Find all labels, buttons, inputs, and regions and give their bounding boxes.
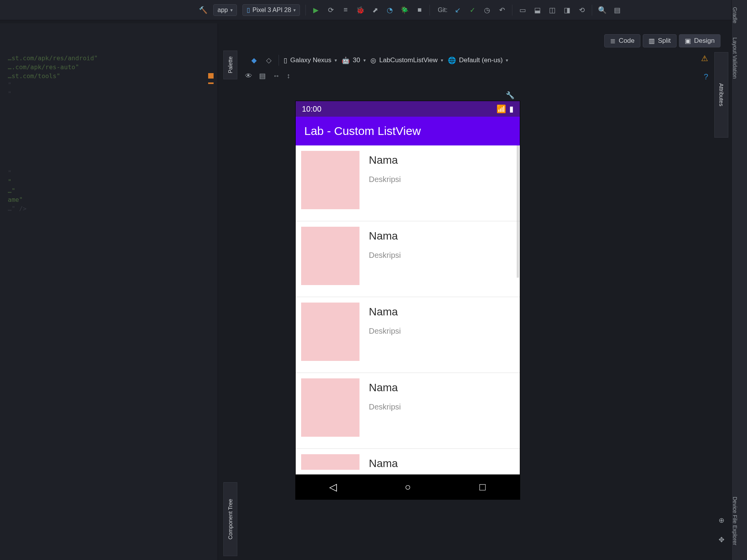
app-toolbar: Lab - Custom ListView	[296, 117, 520, 145]
coverage-icon[interactable]: ⬈	[370, 5, 380, 15]
item-thumbnail	[301, 303, 359, 361]
component-tree-rail[interactable]: Component Tree	[223, 482, 237, 556]
battery-icon: ▮	[509, 104, 514, 114]
chevron-down-icon: ▾	[363, 58, 366, 63]
search-icon[interactable]: 🔍	[598, 5, 607, 15]
run-icon[interactable]: ▶	[311, 5, 321, 15]
nav-recent-icon[interactable]: □	[475, 481, 490, 493]
theme-icon: ◎	[370, 56, 376, 65]
code-editor-partial: …st.com/apk/res/android" ….com/apk/res-a…	[0, 23, 218, 560]
layout-inspector-icon[interactable]: ◨	[562, 5, 572, 15]
design-surface-toolbar: ◆ ◇ ▯ Galaxy Nexus ▾ 🤖 30 ▾ ◎ LabCustomL…	[245, 52, 712, 68]
sync-icon[interactable]: ⟲	[577, 5, 586, 15]
statusbar-time: 10:00	[302, 105, 321, 114]
device-selector-label: Pixel 3 API 28	[253, 7, 291, 14]
device-frame: 10:00 📶 ▮ Lab - Custom ListView Nama Des…	[296, 101, 520, 499]
pan-vertical-icon[interactable]: ↕	[287, 72, 290, 80]
design-icon: ▣	[685, 37, 691, 45]
item-desc: Deskripsi	[369, 175, 401, 184]
custom-listview[interactable]: Nama Deskripsi Nama Deskripsi Nama Deskr…	[296, 145, 520, 474]
attributes-label: Attributes	[718, 83, 724, 106]
pan-horizontal-icon[interactable]: ↔	[273, 72, 280, 80]
item-name: Nama	[369, 306, 401, 318]
item-thumbnail	[301, 227, 359, 285]
scrollbar[interactable]	[517, 145, 519, 278]
app-title: Lab - Custom ListView	[304, 124, 421, 138]
list-item[interactable]: Nama Deskripsi	[296, 221, 520, 297]
nav-back-icon[interactable]: ◁	[325, 481, 341, 493]
item-name: Nama	[369, 230, 401, 242]
run-config-combo[interactable]: app ▾	[213, 4, 237, 16]
item-desc: Deskripsi	[369, 251, 401, 260]
warnings-icon[interactable]: ⚠	[701, 54, 708, 63]
zoom-controls-icon[interactable]: ⊕	[717, 516, 726, 525]
android-icon: 🤖	[342, 56, 350, 65]
palette-label: Palette	[227, 51, 233, 79]
item-name: Nama	[369, 154, 401, 166]
sdk-manager-icon[interactable]: ⬓	[533, 5, 542, 15]
list-item[interactable]: Nama Deskripsi	[296, 145, 520, 221]
locale-chip[interactable]: 🌐 Default (en-us) ▾	[448, 56, 508, 65]
attach-debugger-icon[interactable]: 🪲	[400, 5, 409, 15]
item-desc: Deskripsi	[369, 327, 401, 336]
run-config-label: app	[217, 7, 228, 14]
attributes-rail[interactable]: Attributes	[714, 52, 728, 138]
avd-manager-icon[interactable]: ▭	[518, 5, 527, 15]
git-update-icon[interactable]: ↙	[453, 5, 462, 15]
device-preview-canvas: 🔧 10:00 📶 ▮ Lab - Custom ListView Nama D…	[296, 101, 520, 499]
apply-changes-icon[interactable]: ⟳	[326, 5, 335, 15]
git-history-icon[interactable]: ◷	[482, 5, 492, 15]
api-chip[interactable]: 🤖 30 ▾	[342, 56, 366, 65]
item-thumbnail	[301, 151, 359, 209]
chevron-down-icon: ▾	[335, 58, 337, 63]
layout-editor-mode-tabs: ≣ Code ▥ Split ▣ Design	[604, 34, 721, 47]
orientation-icon[interactable]: ◇	[264, 55, 274, 65]
main-toolbar: 🔨 app ▾ ▯ Pixel 3 API 28 ▾ ▶ ⟳ ≡ 🐞 ⬈ ◔ 🪲…	[0, 0, 731, 20]
profiler-icon[interactable]: ◔	[385, 5, 395, 15]
tab-design[interactable]: ▣ Design	[679, 34, 721, 47]
chevron-down-icon: ▾	[293, 7, 296, 13]
pan-tool-icon[interactable]: ✥	[717, 535, 726, 544]
device-selector-combo[interactable]: ▯ Pixel 3 API 28 ▾	[242, 4, 300, 16]
device-chip[interactable]: ▯ Galaxy Nexus ▾	[284, 56, 337, 65]
globe-icon: 🌐	[448, 56, 456, 65]
wifi-icon: 📶	[496, 104, 506, 114]
list-item[interactable]: Nama	[296, 449, 520, 474]
rail-tab-gradle[interactable]: Gradle	[732, 0, 738, 30]
git-rollback-icon[interactable]: ↶	[497, 5, 507, 15]
resource-manager-icon[interactable]: ◫	[547, 5, 557, 15]
palette-rail[interactable]: Palette	[223, 51, 237, 79]
item-desc: Deskripsi	[369, 402, 401, 411]
eye-icon[interactable]: 👁	[245, 72, 252, 80]
tab-split[interactable]: ▥ Split	[643, 34, 677, 47]
git-label: Git:	[438, 7, 447, 14]
chevron-down-icon: ▾	[506, 58, 508, 63]
right-tool-rail: Gradle Layout Validation Device File Exp…	[731, 0, 747, 560]
canvas-floating-tools: ⊕ ✥	[717, 516, 726, 544]
list-item[interactable]: Nama Deskripsi	[296, 373, 520, 449]
code-lines-icon: ≣	[610, 37, 615, 45]
blueprint-toggle-icon[interactable]: ▤	[259, 72, 266, 80]
stop-icon[interactable]: ■	[415, 5, 424, 15]
android-statusbar: 10:00 📶 ▮	[296, 101, 520, 117]
debug-icon[interactable]: 🐞	[356, 5, 365, 15]
help-icon[interactable]: ?	[704, 72, 708, 81]
hammer-icon[interactable]: 🔨	[198, 5, 208, 15]
tab-code[interactable]: ≣ Code	[604, 34, 640, 47]
design-surface-toolbar-row2: 👁 ▤ ↔ ↕	[245, 69, 290, 82]
rail-tab-device-file-explorer[interactable]: Device File Explorer	[732, 490, 738, 552]
item-thumbnail	[301, 454, 359, 470]
chevron-down-icon: ▾	[441, 58, 443, 63]
theme-chip[interactable]: ◎ LabCustomListView ▾	[370, 56, 443, 65]
nav-home-icon[interactable]: ○	[400, 481, 416, 493]
item-name: Nama	[369, 382, 401, 394]
surface-select-icon[interactable]: ◆	[249, 55, 259, 65]
component-tree-label: Component Tree	[227, 499, 233, 539]
rail-tab-layout-validation[interactable]: Layout Validation	[732, 30, 738, 86]
apply-code-icon[interactable]: ≡	[341, 5, 350, 15]
git-commit-icon[interactable]: ✓	[468, 5, 477, 15]
settings-icon[interactable]: ▤	[612, 5, 622, 15]
android-navbar: ◁ ○ □	[296, 474, 520, 499]
wrench-icon[interactable]: 🔧	[506, 91, 514, 100]
list-item[interactable]: Nama Deskripsi	[296, 297, 520, 373]
